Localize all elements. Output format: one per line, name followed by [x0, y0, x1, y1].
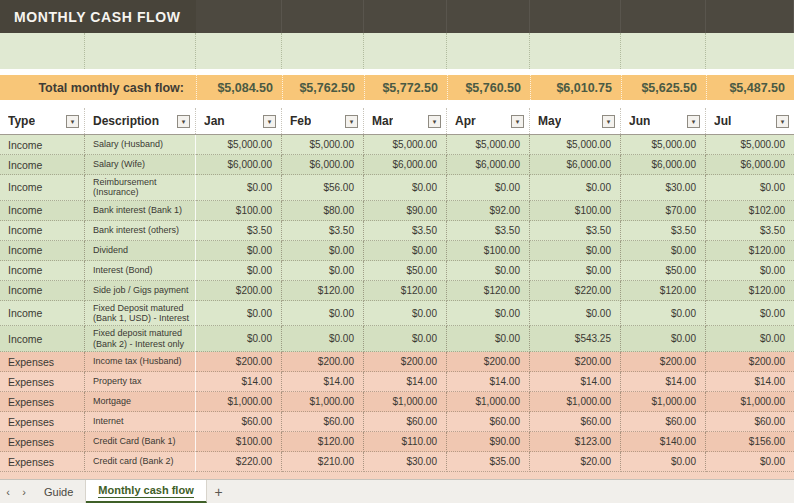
row-description-cell[interactable]: Credit card (Bank 2): [85, 452, 196, 472]
row-value-cell[interactable]: $120.00: [621, 281, 706, 301]
row-value-cell[interactable]: $3.50: [706, 221, 794, 241]
row-value-cell[interactable]: $0.00: [447, 301, 530, 327]
row-description-cell[interactable]: Property tax: [85, 372, 196, 392]
row-value-cell[interactable]: $6,000.00: [196, 155, 282, 175]
row-value-cell[interactable]: $0.00: [282, 301, 364, 327]
filter-dropdown-button[interactable]: ▾: [428, 115, 441, 128]
row-value-cell[interactable]: $50.00: [364, 261, 447, 281]
row-type-cell[interactable]: Income: [0, 175, 85, 201]
row-type-cell[interactable]: Income: [0, 326, 85, 352]
row-value-cell[interactable]: $6,000.00: [447, 155, 530, 175]
add-sheet-button[interactable]: +: [207, 480, 231, 503]
row-value-cell[interactable]: $60.00: [530, 412, 621, 432]
row-type-cell[interactable]: Income: [0, 281, 85, 301]
row-value-cell[interactable]: $0.00: [364, 301, 447, 327]
row-value-cell[interactable]: $60.00: [282, 412, 364, 432]
row-type-cell[interactable]: Income: [0, 155, 85, 175]
row-value-cell[interactable]: $0.00: [706, 261, 794, 281]
filter-dropdown-button[interactable]: ▾: [602, 115, 615, 128]
row-value-cell[interactable]: $120.00: [706, 241, 794, 261]
row-value-cell[interactable]: $0.00: [282, 326, 364, 352]
row-type-cell[interactable]: Income: [0, 301, 85, 327]
row-value-cell[interactable]: $5,000.00: [530, 135, 621, 155]
row-value-cell[interactable]: $200.00: [706, 352, 794, 372]
filter-dropdown-button[interactable]: ▾: [66, 115, 79, 128]
row-description-cell[interactable]: Bank interest (Bank 1): [85, 201, 196, 221]
row-value-cell[interactable]: $0.00: [196, 261, 282, 281]
row-type-cell[interactable]: Expenses: [0, 372, 85, 392]
row-value-cell[interactable]: $140.00: [621, 432, 706, 452]
row-type-cell[interactable]: Income: [0, 241, 85, 261]
row-value-cell[interactable]: $3.50: [530, 221, 621, 241]
row-value-cell[interactable]: $110.00: [364, 432, 447, 452]
row-value-cell[interactable]: $14.00: [621, 372, 706, 392]
row-value-cell[interactable]: $14.00: [447, 372, 530, 392]
row-value-cell[interactable]: $3.50: [447, 221, 530, 241]
row-value-cell[interactable]: $0.00: [447, 261, 530, 281]
row-value-cell[interactable]: $1,000.00: [282, 392, 364, 412]
row-value-cell[interactable]: $3.50: [364, 221, 447, 241]
row-value-cell[interactable]: $5,000.00: [196, 135, 282, 155]
row-value-cell[interactable]: $100.00: [447, 241, 530, 261]
row-description-cell[interactable]: Fixed deposit matured (Bank 2) - Interes…: [85, 326, 196, 352]
row-value-cell[interactable]: $14.00: [364, 372, 447, 392]
row-value-cell[interactable]: $0.00: [706, 326, 794, 352]
row-value-cell[interactable]: $0.00: [530, 241, 621, 261]
row-value-cell[interactable]: $6,000.00: [282, 155, 364, 175]
filter-dropdown-button[interactable]: ▾: [511, 115, 524, 128]
row-value-cell[interactable]: $120.00: [706, 281, 794, 301]
row-value-cell[interactable]: $60.00: [706, 412, 794, 432]
row-value-cell[interactable]: $0.00: [282, 261, 364, 281]
row-value-cell[interactable]: $5,000.00: [706, 135, 794, 155]
row-value-cell[interactable]: $120.00: [447, 281, 530, 301]
row-value-cell[interactable]: $50.00: [621, 261, 706, 281]
row-value-cell[interactable]: $6,000.00: [706, 155, 794, 175]
row-description-cell[interactable]: Salary (Wife): [85, 155, 196, 175]
filter-dropdown-button[interactable]: ▾: [345, 115, 358, 128]
row-value-cell[interactable]: $0.00: [621, 452, 706, 472]
row-value-cell[interactable]: $220.00: [196, 452, 282, 472]
row-value-cell[interactable]: $200.00: [364, 352, 447, 372]
row-value-cell[interactable]: $3.50: [621, 221, 706, 241]
row-value-cell[interactable]: $102.00: [706, 201, 794, 221]
row-type-cell[interactable]: Expenses: [0, 432, 85, 452]
sheet-tab-guide[interactable]: Guide: [32, 480, 86, 503]
row-value-cell[interactable]: $210.00: [282, 452, 364, 472]
row-value-cell[interactable]: $200.00: [196, 281, 282, 301]
row-description-cell[interactable]: Internet: [85, 412, 196, 432]
row-value-cell[interactable]: $0.00: [706, 452, 794, 472]
row-description-cell[interactable]: Salary (Husband): [85, 135, 196, 155]
row-type-cell[interactable]: Expenses: [0, 412, 85, 432]
row-value-cell[interactable]: $80.00: [282, 201, 364, 221]
row-type-cell[interactable]: Expenses: [0, 452, 85, 472]
row-value-cell[interactable]: $3.50: [282, 221, 364, 241]
row-value-cell[interactable]: $0.00: [447, 175, 530, 201]
row-value-cell[interactable]: $0.00: [364, 175, 447, 201]
row-value-cell[interactable]: $90.00: [364, 201, 447, 221]
row-value-cell[interactable]: $30.00: [364, 452, 447, 472]
row-type-cell[interactable]: Expenses: [0, 392, 85, 412]
row-value-cell[interactable]: $0.00: [196, 301, 282, 327]
row-value-cell[interactable]: $120.00: [364, 281, 447, 301]
row-value-cell[interactable]: $220.00: [530, 281, 621, 301]
row-value-cell[interactable]: $200.00: [530, 352, 621, 372]
row-value-cell[interactable]: $0.00: [196, 241, 282, 261]
row-value-cell[interactable]: $0.00: [706, 301, 794, 327]
row-value-cell[interactable]: $60.00: [621, 412, 706, 432]
row-value-cell[interactable]: $0.00: [282, 241, 364, 261]
row-value-cell[interactable]: $123.00: [530, 432, 621, 452]
row-value-cell[interactable]: $1,000.00: [530, 392, 621, 412]
row-value-cell[interactable]: $20.00: [530, 452, 621, 472]
row-value-cell[interactable]: $3.50: [196, 221, 282, 241]
row-value-cell[interactable]: $0.00: [447, 326, 530, 352]
row-value-cell[interactable]: $14.00: [706, 372, 794, 392]
row-value-cell[interactable]: $30.00: [621, 175, 706, 201]
row-type-cell[interactable]: Expenses: [0, 352, 85, 372]
row-description-cell[interactable]: Fixed Deposit matured (Bank 1, USD) - In…: [85, 301, 196, 327]
row-value-cell[interactable]: $6,000.00: [364, 155, 447, 175]
row-value-cell[interactable]: $100.00: [196, 432, 282, 452]
row-value-cell[interactable]: $5,000.00: [364, 135, 447, 155]
row-value-cell[interactable]: $100.00: [196, 201, 282, 221]
row-value-cell[interactable]: $5,000.00: [621, 135, 706, 155]
row-type-cell[interactable]: Income: [0, 221, 85, 241]
